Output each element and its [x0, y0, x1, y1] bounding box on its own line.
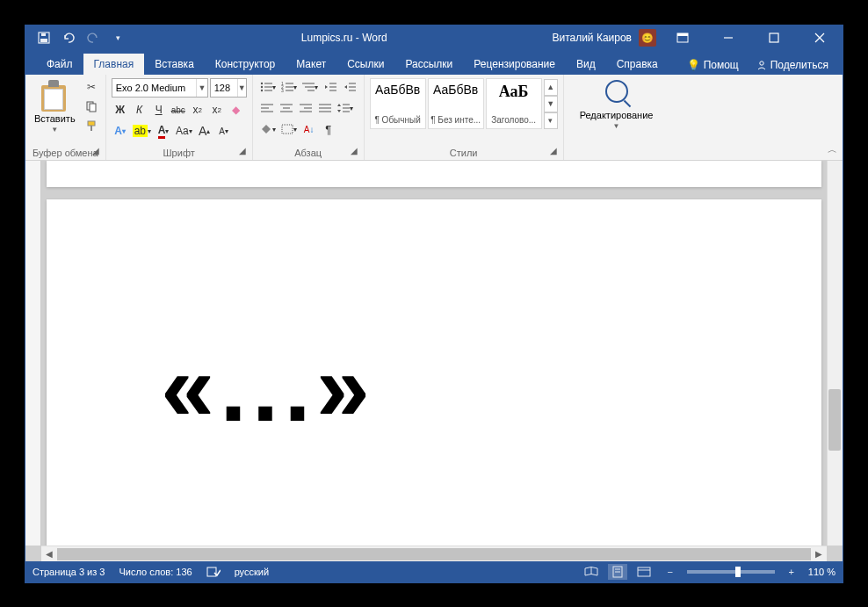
redo-icon[interactable]	[85, 30, 101, 46]
font-name-input[interactable]	[112, 83, 197, 93]
line-spacing-button[interactable]: ▾	[336, 99, 355, 117]
spellcheck-icon[interactable]	[206, 566, 221, 578]
tab-design[interactable]: Конструктор	[205, 54, 286, 75]
style-normal[interactable]: АаБбВв ¶ Обычный	[370, 78, 426, 129]
undo-icon[interactable]	[61, 30, 76, 46]
scroll-thumb[interactable]	[57, 548, 811, 560]
clipboard-icon	[41, 80, 68, 112]
tab-home[interactable]: Главная	[83, 54, 145, 75]
multilevel-list-button[interactable]: ▾	[300, 78, 320, 96]
scroll-thumb[interactable]	[828, 389, 841, 451]
highlight-button[interactable]: ab▾	[131, 122, 153, 140]
svg-text:3: 3	[281, 88, 284, 92]
tab-file[interactable]: Файл	[36, 54, 83, 75]
chevron-down-icon[interactable]: ▼	[196, 79, 206, 97]
dialog-launcher-icon[interactable]: ◢	[348, 146, 360, 158]
align-left-button[interactable]	[258, 99, 276, 117]
underline-button[interactable]: Ч	[150, 101, 168, 119]
svg-rect-2	[41, 33, 46, 36]
italic-button[interactable]: К	[131, 101, 148, 119]
sort-button[interactable]: А↓	[300, 120, 318, 138]
gallery-up-icon[interactable]: ▲	[544, 79, 558, 96]
zoom-slider[interactable]	[687, 570, 775, 574]
font-size-input[interactable]	[211, 83, 237, 93]
vertical-scrollbar[interactable]	[827, 161, 843, 546]
chevron-down-icon[interactable]: ▼	[237, 79, 246, 97]
show-marks-button[interactable]: ¶	[320, 120, 337, 138]
dialog-launcher-icon[interactable]: ◢	[90, 146, 102, 158]
shading-button[interactable]: ▾	[258, 120, 278, 138]
minimize-icon[interactable]	[709, 25, 748, 50]
horizontal-scrollbar[interactable]: ◀ ▶	[41, 546, 827, 561]
superscript-button[interactable]: x2	[208, 101, 226, 119]
change-case-button[interactable]: Aa▾	[174, 122, 194, 140]
dialog-launcher-icon[interactable]: ◢	[547, 146, 560, 158]
svg-point-9	[760, 61, 763, 65]
tab-mailings[interactable]: Рассылки	[394, 54, 463, 75]
shrink-font-button[interactable]: A▾	[215, 122, 233, 140]
font-color-button[interactable]: A▾	[155, 122, 172, 140]
pages-container: «...»	[41, 161, 827, 546]
language-indicator[interactable]: русский	[235, 567, 269, 577]
svg-point-16	[260, 86, 262, 88]
zoom-handle[interactable]	[735, 567, 741, 577]
text-effects-button[interactable]: A▾	[112, 122, 129, 140]
tab-help[interactable]: Справка	[606, 54, 669, 75]
qat-more-icon[interactable]: ▾	[110, 30, 126, 46]
read-mode-icon[interactable]	[582, 564, 601, 580]
web-layout-icon[interactable]	[634, 564, 654, 580]
copy-icon[interactable]	[83, 98, 100, 115]
group-editing: Редактирование ▼	[564, 75, 669, 160]
scroll-left-icon[interactable]: ◀	[41, 546, 57, 562]
gallery-down-icon[interactable]: ▼	[544, 96, 558, 112]
tab-view[interactable]: Вид	[566, 54, 606, 75]
share-button[interactable]: Поделиться	[749, 55, 835, 75]
font-name-combo[interactable]: ▼	[112, 78, 208, 98]
maximize-icon[interactable]	[755, 25, 793, 50]
zoom-in-button[interactable]: +	[782, 564, 801, 580]
bold-button[interactable]: Ж	[112, 101, 129, 119]
style-heading1[interactable]: АаБ Заголово...	[486, 78, 542, 129]
increase-indent-button[interactable]	[341, 78, 358, 96]
ribbon-options-icon[interactable]	[663, 25, 702, 50]
numbering-button[interactable]: 123▾	[279, 78, 299, 96]
strikethrough-button[interactable]: abc	[170, 101, 187, 119]
clear-format-icon[interactable]: ◆	[228, 101, 245, 119]
format-painter-icon[interactable]	[83, 117, 100, 134]
document-title: Lumpics.ru - Word	[136, 32, 552, 44]
page-indicator[interactable]: Страница 3 из 3	[33, 567, 105, 577]
paste-button[interactable]: Вставить ▼	[31, 78, 79, 135]
justify-button[interactable]	[316, 99, 334, 117]
close-icon[interactable]	[800, 25, 839, 50]
bullets-button[interactable]: ▾	[258, 78, 278, 96]
statusbar: Страница 3 из 3 Число слов: 136 русский …	[25, 561, 843, 582]
save-icon[interactable]	[36, 30, 52, 46]
cut-icon[interactable]: ✂	[83, 78, 100, 96]
decrease-indent-button[interactable]	[322, 78, 339, 96]
dialog-launcher-icon[interactable]: ◢	[236, 146, 249, 158]
grow-font-button[interactable]: A▴	[196, 122, 213, 140]
editing-button[interactable]: Редактирование ▼	[576, 78, 657, 132]
collapse-ribbon-icon[interactable]: ︿	[828, 143, 837, 156]
scroll-right-icon[interactable]: ▶	[811, 546, 827, 562]
user-avatar-icon[interactable]: 😊	[639, 29, 656, 47]
page[interactable]: «...»	[47, 199, 821, 546]
zoom-level[interactable]: 110 %	[808, 567, 835, 577]
tab-review[interactable]: Рецензирование	[463, 54, 566, 75]
gallery-more-icon[interactable]: ▾	[544, 112, 558, 129]
svg-point-14	[260, 83, 262, 84]
tell-me-button[interactable]: 💡 Помощ	[680, 55, 746, 75]
tab-insert[interactable]: Вставка	[144, 54, 205, 75]
align-right-button[interactable]	[297, 99, 315, 117]
word-count[interactable]: Число слов: 136	[119, 567, 192, 577]
font-size-combo[interactable]: ▼	[210, 78, 247, 98]
style-no-spacing[interactable]: АаБбВв ¶ Без инте...	[428, 78, 484, 129]
borders-button[interactable]: ▾	[279, 120, 299, 138]
tab-references[interactable]: Ссылки	[336, 54, 394, 75]
align-center-button[interactable]	[278, 99, 295, 117]
zoom-out-button[interactable]: −	[661, 564, 680, 580]
tab-layout[interactable]: Макет	[286, 54, 336, 75]
document-text[interactable]: «...»	[161, 331, 375, 443]
subscript-button[interactable]: x2	[189, 101, 206, 119]
print-layout-icon[interactable]	[608, 564, 627, 580]
